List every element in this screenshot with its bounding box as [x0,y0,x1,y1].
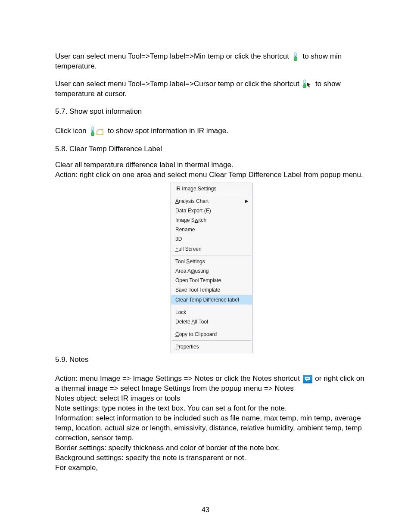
paragraph-notes-action: Action: menu Image => Image Settings => … [55,374,368,394]
text-line: Information: select information to be in… [55,414,368,443]
section-5-7-heading: 5.7. Show spot information [55,107,368,117]
menu-separator [172,255,251,255]
text: User can select menu Tool=>Temp label=>C… [55,80,301,88]
section-title: Clear Temp Difference Label [69,145,162,153]
section-number: 5.9. [55,355,67,365]
menu-item[interactable]: Save Tool Template [171,285,252,295]
menu-item[interactable]: Image Switch [171,215,252,225]
page-number: 43 [0,505,411,515]
menu-separator [172,340,251,341]
menu-separator [172,195,251,195]
svg-rect-2 [295,56,296,58]
text: Action: menu Image => Image Settings => … [55,374,302,383]
text: Click icon [55,127,88,135]
section-5-9-body: Action: menu Image => Image Settings => … [55,374,368,473]
menu-item[interactable]: Delete All Tool [171,317,252,327]
text: User can select menu Tool=>Temp label=>M… [55,52,291,60]
section-5-8-heading: 5.8. Clear Temp Difference Label [55,144,368,154]
text-line: Notes object: select IR images or tools [55,394,368,404]
text: to show spot information in IR image. [108,127,228,135]
paragraph-min-temp: User can select menu Tool=>Temp label=>M… [55,52,368,72]
menu-separator [172,306,251,306]
menu-item[interactable]: Properties [171,342,252,352]
menu-item[interactable]: Analysis Chart▶ [171,196,252,206]
section-title: Notes [69,355,88,364]
text-line: Background settings: specify the note is… [55,453,368,463]
menu-item[interactable]: Tool Settings [171,257,252,266]
min-temp-shortcut-icon [292,52,300,62]
menu-item[interactable]: Rename [171,225,252,234]
svg-rect-5 [304,83,305,85]
section-number: 5.8. [55,144,67,154]
svg-rect-8 [92,130,93,133]
section-5-8-body: Clear all temperature difference label i… [55,160,368,180]
menu-separator [172,328,251,328]
menu-item[interactable]: Copy to Clipboard [171,330,252,339]
section-title: Show spot information [69,107,142,115]
notes-shortcut-icon [303,375,312,383]
svg-point-9 [306,378,307,379]
menu-item[interactable]: 3D [171,234,252,244]
menu-item[interactable]: Full Screen [171,244,252,254]
menu-item[interactable]: Open Tool Template [171,276,252,285]
spot-info-shortcut-icons [89,126,105,137]
text-line: Note settings: type notes in the text bo… [55,404,368,414]
tag-icon [96,129,105,137]
menu-item[interactable]: Data Export (E) [171,206,252,215]
section-number: 5.7. [55,107,67,117]
menu-item[interactable]: Lock [171,308,252,317]
submenu-arrow-icon: ▶ [245,198,249,204]
svg-point-10 [307,378,308,379]
context-menu: IR Image SettingsAnalysis Chart▶Data Exp… [171,183,252,353]
paragraph-spot-info: Click icon to show spot information in I… [55,126,368,137]
text-line: Clear all temperature difference label i… [55,160,368,170]
text-line: For example, [55,463,368,473]
section-5-9-heading: 5.9. Notes [55,355,368,365]
text-line: Action: right click on one area and sele… [55,170,368,180]
svg-point-11 [308,378,309,379]
cursor-temp-shortcut-icon [302,79,312,89]
menu-item[interactable]: Area Adjusting [171,266,252,276]
document-page: User can select menu Tool=>Temp label=>M… [0,0,411,532]
text-line: Border settings: specify thickness and c… [55,443,368,453]
paragraph-cursor-temp: User can select menu Tool=>Temp label=>C… [55,79,368,99]
context-menu-figure: IR Image SettingsAnalysis Chart▶Data Exp… [55,183,368,353]
menu-item[interactable]: IR Image Settings [171,184,252,193]
menu-item[interactable]: Clear Temp Difference label [171,295,252,305]
